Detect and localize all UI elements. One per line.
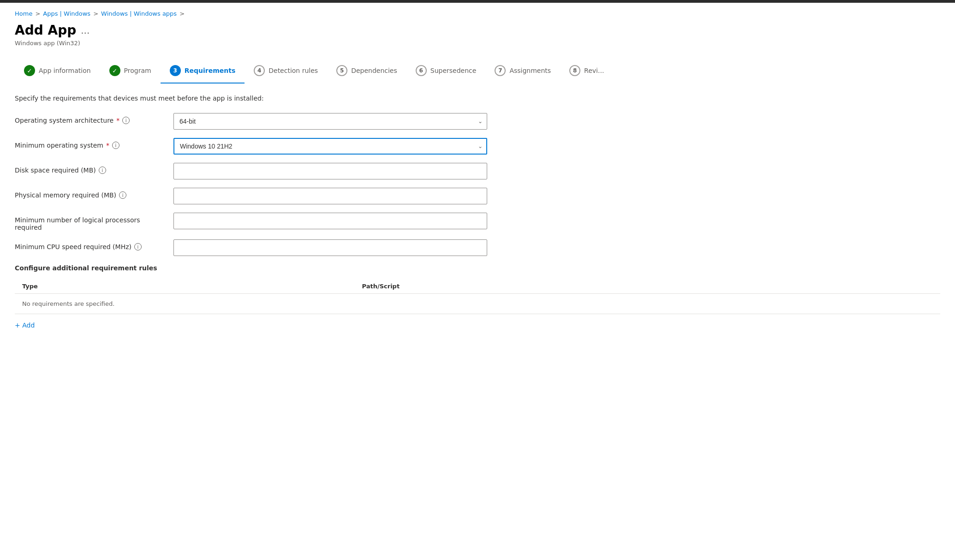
min-logical-processors-input[interactable]	[173, 213, 487, 229]
tab-number-detection-rules: 4	[254, 65, 265, 76]
form-description: Specify the requirements that devices mu…	[15, 95, 940, 102]
table-header-type: Type	[15, 279, 354, 294]
os-architecture-info-icon[interactable]: i	[122, 117, 130, 124]
physical-memory-row: Physical memory required (MB) i	[15, 188, 940, 204]
disk-space-row: Disk space required (MB) i	[15, 163, 940, 179]
physical-memory-label: Physical memory required (MB) i	[15, 188, 162, 199]
tab-number-assignments: 7	[495, 65, 506, 76]
os-architecture-select[interactable]: 64-bit 32-bit 32-bit and 64-bit	[173, 113, 487, 130]
min-cpu-speed-label: Minimum CPU speed required (MHz) i	[15, 239, 162, 250]
tab-label-dependencies: Dependencies	[351, 67, 397, 74]
add-button[interactable]: + Add	[15, 322, 35, 329]
min-logical-processors-row: Minimum number of logical processors req…	[15, 213, 940, 231]
tab-assignments[interactable]: 7 Assignments	[485, 60, 560, 83]
os-architecture-row: Operating system architecture * i 64-bit…	[15, 113, 940, 130]
physical-memory-control	[173, 188, 487, 204]
disk-space-input[interactable]	[173, 163, 487, 179]
breadcrumb-sep1: >	[35, 10, 40, 17]
tab-program[interactable]: ✓ Program	[100, 60, 161, 83]
physical-memory-info-icon[interactable]: i	[119, 191, 126, 199]
tab-label-review: Revi...	[584, 67, 604, 74]
table-header-path-script: Path/Script	[354, 279, 940, 294]
page-title-row: Add App ...	[15, 23, 940, 38]
min-os-row: Minimum operating system * i Windows 10 …	[15, 138, 940, 155]
requirements-table: Type Path/Script No requirements are spe…	[15, 279, 940, 314]
tab-number-dependencies: 5	[336, 65, 347, 76]
tab-number-review: 8	[569, 65, 580, 76]
tab-check-program: ✓	[109, 65, 120, 76]
breadcrumb-home[interactable]: Home	[15, 10, 32, 17]
table-empty-row: No requirements are specified.	[15, 294, 940, 314]
tab-app-information[interactable]: ✓ App information	[15, 60, 100, 83]
min-cpu-speed-input[interactable]	[173, 239, 487, 256]
min-os-select[interactable]: Windows 10 1607 Windows 10 1703 Windows …	[173, 138, 487, 155]
more-options-button[interactable]: ...	[81, 25, 90, 36]
tab-detection-rules[interactable]: 4 Detection rules	[245, 60, 327, 83]
table-empty-message: No requirements are specified.	[15, 294, 940, 314]
breadcrumb-sep3: >	[179, 10, 185, 17]
tab-review[interactable]: 8 Revi...	[560, 60, 613, 83]
tab-label-requirements: Requirements	[185, 67, 236, 74]
tab-check-app-information: ✓	[24, 65, 35, 76]
min-cpu-speed-control	[173, 239, 487, 256]
min-os-label: Minimum operating system * i	[15, 138, 162, 149]
tab-number-supersedence: 6	[416, 65, 427, 76]
page-title: Add App	[15, 23, 76, 38]
page-subtitle: Windows app (Win32)	[15, 40, 940, 47]
tab-requirements[interactable]: 3 Requirements	[161, 60, 245, 83]
os-architecture-control: 64-bit 32-bit 32-bit and 64-bit ⌄	[173, 113, 487, 130]
tab-label-program: Program	[124, 67, 151, 74]
tab-label-assignments: Assignments	[509, 67, 551, 74]
min-logical-processors-control	[173, 213, 487, 229]
min-logical-processors-label: Minimum number of logical processors req…	[15, 213, 162, 231]
min-os-required: *	[106, 142, 109, 149]
disk-space-info-icon[interactable]: i	[99, 167, 106, 174]
tab-label-app-information: App information	[39, 67, 91, 74]
tab-label-supersedence: Supersedence	[430, 67, 477, 74]
breadcrumb: Home > Apps | Windows > Windows | Window…	[15, 10, 940, 17]
os-architecture-label: Operating system architecture * i	[15, 113, 162, 124]
min-cpu-speed-row: Minimum CPU speed required (MHz) i	[15, 239, 940, 256]
breadcrumb-sep2: >	[93, 10, 98, 17]
wizard-tabs: ✓ App information ✓ Program 3 Requiremen…	[15, 60, 940, 83]
breadcrumb-apps-windows[interactable]: Apps | Windows	[43, 10, 90, 17]
os-architecture-required: *	[116, 117, 119, 124]
breadcrumb-windows-apps[interactable]: Windows | Windows apps	[101, 10, 177, 17]
tab-dependencies[interactable]: 5 Dependencies	[327, 60, 406, 83]
min-cpu-speed-info-icon[interactable]: i	[134, 243, 142, 250]
tab-supersedence[interactable]: 6 Supersedence	[406, 60, 486, 83]
physical-memory-input[interactable]	[173, 188, 487, 204]
additional-rules-title: Configure additional requirement rules	[15, 264, 940, 272]
min-os-control: Windows 10 1607 Windows 10 1703 Windows …	[173, 138, 487, 155]
disk-space-label: Disk space required (MB) i	[15, 163, 162, 174]
tab-number-requirements: 3	[170, 65, 181, 76]
disk-space-control	[173, 163, 487, 179]
min-os-info-icon[interactable]: i	[112, 142, 119, 149]
tab-label-detection-rules: Detection rules	[269, 67, 318, 74]
